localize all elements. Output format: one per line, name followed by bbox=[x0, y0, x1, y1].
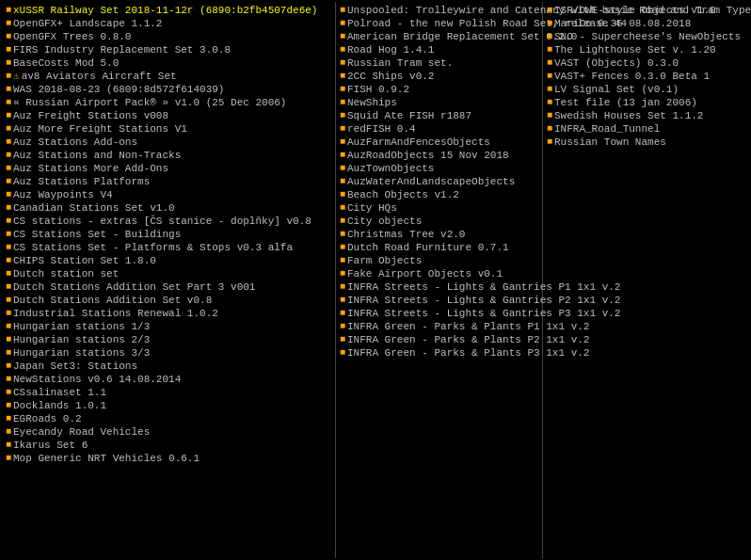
left-item-19[interactable]: ■CHIPS Station Set 1.8.0 bbox=[6, 254, 331, 267]
right-item-2[interactable]: ■SNO - Supercheese's NewObjects bbox=[547, 30, 742, 43]
middle-item-10[interactable]: ■AuzFarmAndFencesObjects bbox=[340, 136, 538, 149]
left-item-label-14: Auz Waypoints V4 bbox=[13, 188, 113, 201]
left-item-24[interactable]: ■Hungarian stations 1/3 bbox=[6, 320, 331, 333]
right-item-label-7: Test file (13 jan 2006) bbox=[554, 96, 697, 109]
left-item-3[interactable]: ■FIRS Industry Replacement Set 3.0.8 bbox=[6, 43, 331, 56]
left-item-20[interactable]: ■Dutch station set bbox=[6, 267, 331, 280]
left-item-17[interactable]: ■CS Stations Set - Buildings bbox=[6, 228, 331, 241]
left-item-34[interactable]: ■Mop Generic NRT Vehicles 0.6.1 bbox=[6, 452, 331, 465]
middle-item-dot-16: ■ bbox=[340, 215, 345, 228]
middle-item-1[interactable]: ■Polroad - the new Polish Road Set, rele… bbox=[340, 17, 538, 30]
middle-item-19[interactable]: ■Farm Objects bbox=[340, 254, 538, 267]
left-item-dot-11: ■ bbox=[6, 149, 11, 162]
middle-item-label-19: Farm Objects bbox=[347, 254, 422, 267]
middle-item-4[interactable]: ■Russian Tram set. bbox=[340, 56, 538, 70]
left-item-12[interactable]: ■Auz Stations More Add-Ons bbox=[6, 162, 331, 175]
middle-item-label-13: AuzWaterAndLandscapeObjects bbox=[347, 175, 515, 188]
right-item-9[interactable]: ■INFRA_Road_Tunnel bbox=[547, 122, 742, 136]
left-item-label-10: Auz Stations Add-ons bbox=[13, 136, 137, 149]
middle-item-17[interactable]: ■Christmas Tree v2.0 bbox=[340, 228, 538, 241]
middle-item-11[interactable]: ■AuzRoadObjects 15 Nov 2018 bbox=[340, 149, 538, 162]
middle-item-2[interactable]: ■American Bridge Replacement Set 0.2.0 bbox=[340, 30, 538, 43]
left-item-dot-2: ■ bbox=[6, 30, 11, 43]
left-item-23[interactable]: ■Industrial Stations Renewal 1.0.2 bbox=[6, 307, 331, 320]
middle-item-label-7: NewShips bbox=[347, 96, 397, 109]
left-item-11[interactable]: ■Auz Stations and Non-Tracks bbox=[6, 149, 331, 162]
right-item-0[interactable]: ■ISR/DWE-style Objects v1.0 bbox=[547, 4, 742, 17]
left-item-25[interactable]: ■Hungarian stations 2/3 bbox=[6, 333, 331, 346]
left-item-15[interactable]: ■Canadian Stations Set v1.0 bbox=[6, 201, 331, 215]
middle-item-25[interactable]: ■INFRA Green - Parks & Plants P2 1x1 v.2 bbox=[340, 333, 538, 346]
middle-item-8[interactable]: ■Squid Ate FISH r1887 bbox=[340, 109, 538, 122]
middle-item-7[interactable]: ■NewShips bbox=[340, 96, 538, 109]
middle-item-dot-25: ■ bbox=[340, 333, 345, 346]
left-item-33[interactable]: ■Ikarus Set 6 bbox=[6, 439, 331, 452]
middle-item-23[interactable]: ■INFRA Streets - Lights & Gantries P3 1x… bbox=[340, 307, 538, 320]
left-item-18[interactable]: ■CS Stations Set - Platforms & Stops v0.… bbox=[6, 241, 331, 254]
left-item-14[interactable]: ■Auz Waypoints V4 bbox=[6, 188, 331, 201]
middle-item-9[interactable]: ■redFISH 0.4 bbox=[340, 122, 538, 136]
middle-item-dot-23: ■ bbox=[340, 307, 345, 320]
left-item-21[interactable]: ■Dutch Stations Addition Set Part 3 v001 bbox=[6, 280, 331, 294]
left-item-27[interactable]: ■Japan Set3: Stations bbox=[6, 360, 331, 373]
left-item-dot-15: ■ bbox=[6, 201, 11, 215]
warning-icon-5: ⚠ bbox=[13, 70, 20, 83]
left-item-dot-31: ■ bbox=[6, 412, 11, 425]
middle-item-14[interactable]: ■Beach Objects v1.2 bbox=[340, 188, 538, 201]
middle-item-26[interactable]: ■INFRA Green - Parks & Plants P3 1x1 v.2 bbox=[340, 346, 538, 360]
left-item-28[interactable]: ■NewStations v0.6 14.08.2014 bbox=[6, 373, 331, 386]
right-item-5[interactable]: ■VAST+ Fences 0.3.0 Beta 1 bbox=[547, 70, 742, 83]
left-item-0[interactable]: ■xUSSR Railway Set 2018-11-12r (6890:b2f… bbox=[6, 4, 331, 17]
middle-item-5[interactable]: ■2CC Ships v0.2 bbox=[340, 70, 538, 83]
middle-item-dot-9: ■ bbox=[340, 122, 345, 136]
left-item-8[interactable]: ■Auz Freight Stations v008 bbox=[6, 109, 331, 122]
left-item-30[interactable]: ■Docklands 1.0.1 bbox=[6, 399, 331, 412]
right-item-3[interactable]: ■The Lighthouse Set v. 1.20 bbox=[547, 43, 742, 56]
left-item-dot-1: ■ bbox=[6, 17, 11, 30]
middle-item-dot-1: ■ bbox=[340, 17, 345, 30]
left-item-6[interactable]: ■WAS 2018-08-23 (6809:8d572f614039) bbox=[6, 83, 331, 96]
right-item-7[interactable]: ■Test file (13 jan 2006) bbox=[547, 96, 742, 109]
left-item-dot-6: ■ bbox=[6, 83, 11, 96]
right-item-4[interactable]: ■VAST (Objects) 0.3.0 bbox=[547, 56, 742, 70]
middle-item-15[interactable]: ■City HQs bbox=[340, 201, 538, 215]
right-item-10[interactable]: ■Russian Town Names bbox=[547, 136, 742, 149]
left-item-5[interactable]: ■⚠ av8 Aviators Aircraft Set bbox=[6, 70, 331, 83]
left-item-dot-3: ■ bbox=[6, 43, 11, 56]
left-item-label-2: OpenGFX Trees 0.8.0 bbox=[13, 30, 131, 43]
middle-item-dot-4: ■ bbox=[340, 56, 345, 70]
middle-item-dot-20: ■ bbox=[340, 267, 345, 280]
right-item-dot-1: ■ bbox=[547, 17, 552, 30]
middle-item-16[interactable]: ■City objects bbox=[340, 215, 538, 228]
left-item-4[interactable]: ■BaseCosts Mod 5.0 bbox=[6, 56, 331, 70]
middle-item-13[interactable]: ■AuzWaterAndLandscapeObjects bbox=[340, 175, 538, 188]
left-item-26[interactable]: ■Hungarian stations 3/3 bbox=[6, 346, 331, 360]
right-item-8[interactable]: ■Swedish Houses Set 1.1.2 bbox=[547, 109, 742, 122]
right-item-dot-9: ■ bbox=[547, 122, 552, 136]
left-item-13[interactable]: ■Auz Stations Platforms bbox=[6, 175, 331, 188]
left-item-9[interactable]: ■Auz More Freight Stations V1 bbox=[6, 122, 331, 136]
left-item-31[interactable]: ■EGRoads 0.2 bbox=[6, 412, 331, 425]
left-item-16[interactable]: ■CS stations - extras [ČS stanice - dopl… bbox=[6, 215, 331, 228]
middle-item-dot-6: ■ bbox=[340, 83, 345, 96]
left-item-22[interactable]: ■Dutch Stations Addition Set v0.8 bbox=[6, 294, 331, 307]
middle-item-24[interactable]: ■INFRA Green - Parks & Plants P1 1x1 v.2 bbox=[340, 320, 538, 333]
left-item-32[interactable]: ■Eyecandy Road Vehicles bbox=[6, 425, 331, 439]
right-item-dot-0: ■ bbox=[547, 4, 552, 17]
left-item-29[interactable]: ■CSsalinaset 1.1 bbox=[6, 386, 331, 399]
right-item-1[interactable]: ■MariCo 0.35 08.08.2018 bbox=[547, 17, 742, 30]
right-item-6[interactable]: ■LV Signal Set (v0.1) bbox=[547, 83, 742, 96]
left-item-7[interactable]: ■« Russian Airport Pack® » v1.0 (25 Dec … bbox=[6, 96, 331, 109]
middle-item-20[interactable]: ■Fake Airport Objects v0.1 bbox=[340, 267, 538, 280]
middle-item-6[interactable]: ■FISH 0.9.2 bbox=[340, 83, 538, 96]
middle-item-21[interactable]: ■INFRA Streets - Lights & Gantries P1 1x… bbox=[340, 280, 538, 294]
middle-item-12[interactable]: ■AuzTownObjects bbox=[340, 162, 538, 175]
middle-item-0[interactable]: ■Unspooled: Trolleywire and Catenary wit… bbox=[340, 4, 538, 17]
left-item-10[interactable]: ■Auz Stations Add-ons bbox=[6, 136, 331, 149]
middle-item-label-6: FISH 0.9.2 bbox=[347, 83, 409, 96]
middle-item-18[interactable]: ■Dutch Road Furniture 0.7.1 bbox=[340, 241, 538, 254]
middle-item-22[interactable]: ■INFRA Streets - Lights & Gantries P2 1x… bbox=[340, 294, 538, 307]
left-item-2[interactable]: ■OpenGFX Trees 0.8.0 bbox=[6, 30, 331, 43]
left-item-1[interactable]: ■OpenGFX+ Landscape 1.1.2 bbox=[6, 17, 331, 30]
middle-item-3[interactable]: ■Road Hog 1.4.1 bbox=[340, 43, 538, 56]
